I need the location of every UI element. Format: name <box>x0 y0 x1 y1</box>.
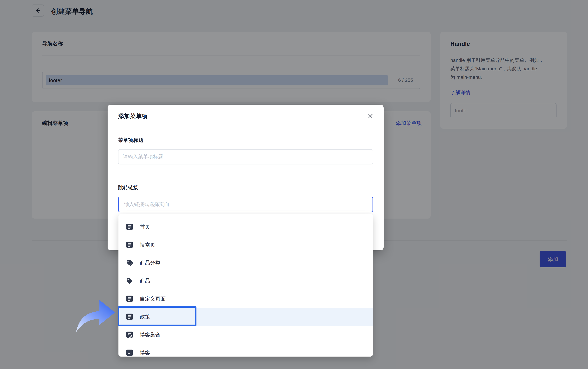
dropdown-item-搜索页[interactable]: 搜索页 <box>118 236 373 254</box>
item-label: 自定义页面 <box>140 295 166 302</box>
item-label: 首页 <box>140 223 150 230</box>
item-icon <box>126 223 133 231</box>
dropdown-item-博客[interactable]: 博客 <box>118 344 373 357</box>
link-input-focused[interactable]: 输入链接或选择页面 <box>118 197 373 212</box>
menu-title-placeholder: 请输入菜单项标题 <box>118 153 163 160</box>
link-dropdown-list: 首页 搜索页 商品分类 商品 自定义页面 政策 博客集合 博客 <box>118 214 373 357</box>
modal-title: 添加菜单项 <box>118 112 147 120</box>
dropdown-item-商品[interactable]: 商品 <box>118 272 373 290</box>
item-icon <box>126 349 133 357</box>
menu-title-input[interactable]: 请输入菜单项标题 <box>118 149 373 164</box>
menu-title-label: 菜单项标题 <box>118 137 143 144</box>
dropdown-item-博客集合[interactable]: 博客集合 <box>118 326 373 344</box>
highlight-annotation-box <box>118 307 196 326</box>
item-label: 博客集合 <box>140 331 161 338</box>
item-label: 商品分类 <box>140 259 161 266</box>
item-icon <box>126 277 133 285</box>
item-icon <box>126 241 133 249</box>
link-placeholder: 输入链接或选择页面 <box>123 201 169 208</box>
item-icon <box>126 259 133 267</box>
dropdown-item-首页[interactable]: 首页 <box>118 218 373 236</box>
pointer-arrow-annotation <box>73 293 119 336</box>
close-icon <box>368 113 373 119</box>
dropdown-item-自定义页面[interactable]: 自定义页面 <box>118 290 373 308</box>
link-label: 跳转链接 <box>118 184 138 191</box>
item-icon <box>126 295 133 303</box>
item-icon <box>126 331 133 338</box>
item-label: 商品 <box>140 277 150 285</box>
close-button[interactable] <box>367 113 374 120</box>
dropdown-item-商品分类[interactable]: 商品分类 <box>118 254 373 272</box>
item-label: 博客 <box>140 349 150 356</box>
item-label: 搜索页 <box>140 241 155 248</box>
